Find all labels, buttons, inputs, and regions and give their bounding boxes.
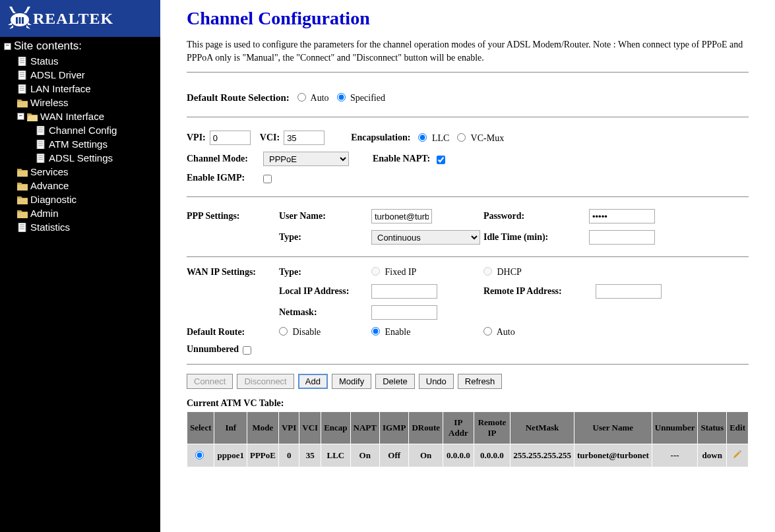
- collapse-icon[interactable]: [17, 113, 24, 120]
- disconnect-button[interactable]: Disconnect: [237, 374, 294, 389]
- nav-item-label: Status: [30, 55, 59, 67]
- th-status: Status: [698, 412, 727, 444]
- cell: PPPoE: [247, 444, 278, 467]
- napt-checkbox[interactable]: [437, 156, 445, 164]
- wan-fixed-radio[interactable]: [371, 267, 380, 276]
- main-content: Channel Configuration This page is used …: [160, 0, 775, 532]
- ppp-pass-input[interactable]: [589, 209, 655, 223]
- svg-rect-1: [16, 17, 18, 24]
- page-title: Channel Configuration: [187, 8, 749, 29]
- th-vci: VCI: [299, 412, 321, 444]
- th-encap: Encap: [321, 412, 350, 444]
- encap-vcmux-radio[interactable]: [457, 133, 466, 142]
- folder-open-icon: [27, 112, 38, 121]
- nav-item-label: ATM Settings: [49, 138, 108, 150]
- dr-auto-radio[interactable]: [483, 327, 492, 336]
- nav-item-adsl-driver[interactable]: ADSL Driver: [17, 69, 156, 80]
- nav-item-diagnostic[interactable]: Diagnostic: [17, 194, 156, 205]
- th-select: Select: [187, 412, 214, 444]
- modify-button[interactable]: Modify: [332, 374, 371, 389]
- page-icon: [17, 71, 28, 80]
- unnumbered-checkbox[interactable]: [243, 346, 251, 355]
- brand-name: REALTEK: [33, 10, 113, 28]
- nav-item-label: Statistics: [30, 222, 70, 233]
- nav-item-services[interactable]: Services: [17, 166, 156, 177]
- unnumbered-label: Unnumbered: [187, 344, 239, 355]
- wan-local-input[interactable]: [371, 284, 437, 299]
- delete-button[interactable]: Delete: [375, 374, 415, 389]
- encap-llc-radio[interactable]: [418, 133, 427, 142]
- connect-button[interactable]: Connect: [187, 374, 233, 389]
- vpi-input[interactable]: [210, 131, 251, 145]
- wan-remote-input[interactable]: [596, 284, 662, 299]
- ppp-idle-label: Idle Time (min):: [483, 232, 589, 243]
- th-igmp: IGMP: [379, 412, 408, 444]
- nav-item-label: Admin: [30, 208, 59, 219]
- dr-label: Default Route:: [187, 327, 279, 338]
- svg-rect-8: [18, 71, 26, 80]
- cell: 0.0.0.0: [443, 444, 474, 467]
- napt-label: Enable NAPT:: [373, 154, 430, 164]
- svg-rect-3: [22, 17, 24, 24]
- nav-item-admin[interactable]: Admin: [17, 208, 156, 219]
- page-icon: [36, 140, 46, 149]
- cell: 35: [299, 444, 321, 467]
- default-route-auto-radio[interactable]: [297, 93, 306, 102]
- nav-item-status[interactable]: Status: [17, 55, 156, 67]
- default-route-specified-radio[interactable]: [337, 93, 346, 102]
- row-select-radio[interactable]: [195, 451, 204, 459]
- channel-mode-select[interactable]: PPPoE: [263, 152, 349, 166]
- nav-item-statistics[interactable]: Statistics: [17, 222, 156, 233]
- th-user-name: User Name: [574, 412, 652, 444]
- wan-remote-label: Remote IP Address:: [483, 286, 596, 297]
- logo: REALTEK: [0, 0, 160, 37]
- cell: pppoe1: [214, 444, 247, 467]
- dr-auto-label: Auto: [497, 327, 515, 337]
- wan-type-label: Type:: [279, 267, 371, 278]
- nav-item-channel-config[interactable]: Channel Config: [36, 125, 156, 136]
- igmp-checkbox[interactable]: [263, 175, 272, 183]
- th-droute: DRoute: [409, 412, 443, 444]
- svg-rect-28: [18, 223, 26, 232]
- wan-netmask-input[interactable]: [371, 305, 437, 320]
- folder-icon: [17, 167, 28, 177]
- dr-enable-radio[interactable]: [371, 327, 380, 336]
- refresh-button[interactable]: Refresh: [458, 374, 503, 389]
- nav-item-lan-interface[interactable]: LAN Interface: [17, 83, 156, 94]
- ppp-user-input[interactable]: [371, 209, 432, 223]
- cell: [187, 444, 214, 467]
- cell: 0: [278, 444, 299, 467]
- vci-label: VCI:: [260, 133, 280, 143]
- wan-dhcp-radio[interactable]: [483, 267, 492, 276]
- svg-rect-2: [19, 17, 21, 24]
- dr-disable-radio[interactable]: [279, 327, 288, 336]
- add-button[interactable]: Add: [298, 374, 328, 389]
- tree-root-label: Site contents:: [14, 40, 82, 53]
- encap-llc-label: LLC: [432, 133, 449, 143]
- nav-item-label: ADSL Settings: [49, 152, 113, 163]
- ppp-type-select[interactable]: Continuous: [371, 230, 480, 245]
- tree-root[interactable]: Site contents:: [4, 40, 156, 53]
- cell: [727, 444, 749, 467]
- folder-icon: [17, 209, 28, 218]
- nav-item-adsl-settings[interactable]: ADSL Settings: [36, 152, 156, 163]
- page-icon: [36, 126, 46, 135]
- nav-item-advance[interactable]: Advance: [17, 180, 156, 191]
- ppp-idle-input[interactable]: [589, 230, 655, 245]
- cell: On: [409, 444, 443, 467]
- folder-icon: [17, 98, 28, 107]
- nav-item-wireless[interactable]: Wireless: [17, 97, 156, 108]
- nav-item-label: Services: [30, 166, 69, 177]
- undo-button[interactable]: Undo: [419, 374, 454, 389]
- nav-item-wan-interface[interactable]: WAN Interface: [17, 111, 156, 122]
- edit-icon[interactable]: [733, 451, 742, 461]
- collapse-icon[interactable]: [4, 43, 11, 50]
- svg-rect-4: [18, 57, 26, 66]
- nav-item-label: Wireless: [30, 97, 69, 108]
- ppp-type-label: Type:: [279, 232, 371, 243]
- vci-input[interactable]: [284, 131, 325, 145]
- th-unnumber: Unnumber: [652, 412, 698, 444]
- realtek-crab-icon: [7, 5, 33, 32]
- cell: On: [350, 444, 379, 467]
- nav-item-atm-settings[interactable]: ATM Settings: [36, 138, 156, 150]
